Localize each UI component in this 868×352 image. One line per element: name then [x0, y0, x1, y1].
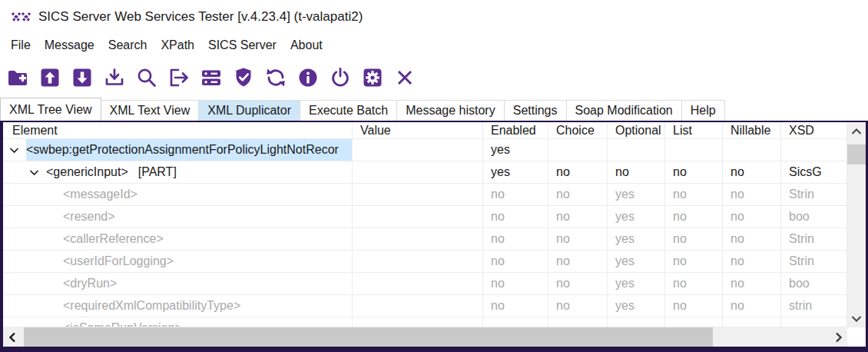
shield-check-icon — [232, 66, 255, 89]
cell-nillable: no — [723, 184, 781, 205]
table-row[interactable]: <dryRun>nonoyesnonoboo — [3, 273, 847, 295]
cell-list: no — [665, 184, 723, 205]
menu-file[interactable]: File — [4, 36, 38, 55]
search-button[interactable] — [134, 63, 160, 92]
message-upload-button[interactable] — [37, 63, 63, 92]
element-text: <isSameRunVersion> — [63, 321, 182, 327]
vertical-scrollbar[interactable] — [847, 122, 866, 327]
table-row[interactable]: <userIdForLogging>nonoyesnonoStrin — [3, 251, 847, 273]
cell-choice: no — [548, 161, 608, 183]
validate-button[interactable] — [230, 63, 257, 92]
column-header-list[interactable]: List — [665, 122, 723, 138]
cell-enabled: no — [483, 228, 548, 250]
tab-soap-modification[interactable]: Soap Modification — [566, 100, 682, 121]
menu-message[interactable]: Message — [38, 36, 101, 55]
close-button[interactable] — [392, 63, 418, 92]
table-row[interactable]: <callerReference>nonoyesnonoStrin — [3, 228, 847, 251]
column-header-enabled[interactable]: Enabled — [483, 122, 548, 138]
cell-list: no — [665, 206, 723, 227]
server-button[interactable] — [198, 63, 224, 92]
table-row[interactable]: <isSameRunVersion> — [3, 317, 847, 327]
settings-button[interactable] — [359, 63, 386, 92]
cell-list: no — [665, 295, 723, 317]
table-row[interactable]: <requiredXmlCompatibilityType>nonoyesnon… — [3, 295, 847, 317]
cell-optional: yes — [608, 184, 665, 205]
column-header-value[interactable]: Value — [353, 122, 483, 138]
search-icon — [135, 66, 158, 89]
cell-optional — [608, 139, 665, 161]
scroll-up-button[interactable] — [847, 122, 866, 141]
cell-enabled: no — [483, 184, 548, 205]
cell-choice: no — [548, 295, 608, 317]
expander-chevron-icon[interactable] — [9, 147, 19, 154]
element-text: <callerReference> — [63, 232, 164, 246]
cell-enabled: no — [483, 295, 548, 317]
tab-help[interactable]: Help — [681, 100, 725, 121]
cell-enabled: no — [483, 273, 548, 294]
cell-value — [353, 161, 483, 183]
table-row[interactable]: <genericInput>[PART]yesnonononoSicsG — [3, 161, 847, 184]
new-folder-icon — [6, 66, 29, 89]
column-header-optional[interactable]: Optional — [608, 122, 665, 138]
new-folder-button[interactable] — [5, 63, 31, 92]
vertical-scroll-thumb[interactable] — [847, 144, 866, 164]
tab-settings[interactable]: Settings — [504, 100, 567, 121]
grid-frame: ElementValueEnabledChoiceOptionalListNil… — [0, 121, 868, 352]
cell-xsd: boo — [781, 206, 847, 227]
cell-list: no — [665, 251, 723, 272]
send-button[interactable] — [166, 63, 192, 92]
window-title: SICS Server Web Services Tester [v.4.23.… — [38, 9, 363, 25]
tab-xml-duplicator[interactable]: XML Duplicator — [198, 100, 300, 121]
menu-xpath[interactable]: XPath — [154, 36, 201, 55]
table-row[interactable]: <resend>nonoyesnonoboo — [3, 206, 847, 228]
table-row[interactable]: <swbep:getProtectionAssignmentForPolicyL… — [3, 139, 847, 161]
scroll-right-button[interactable] — [829, 327, 847, 347]
cell-nillable: no — [723, 295, 781, 317]
toolbar — [0, 57, 868, 98]
column-header-choice[interactable]: Choice — [548, 122, 608, 138]
expander-chevron-icon[interactable] — [29, 169, 39, 176]
message-download-button[interactable] — [69, 63, 95, 92]
cell-choice — [548, 317, 608, 327]
cell-choice: no — [548, 206, 608, 227]
element-tag: <requiredXmlCompatibilityType> — [63, 299, 240, 312]
tab-xml-tree-view[interactable]: XML Tree View — [0, 98, 101, 121]
cell-choice: no — [548, 273, 608, 294]
power-button[interactable] — [327, 63, 353, 92]
table-row[interactable]: <messageId>nonoyesnonoStrin — [3, 184, 847, 206]
cell-value — [353, 273, 483, 294]
title-bar: SICS Server Web Services Tester [v.4.23.… — [0, 0, 868, 34]
menu-about[interactable]: About — [283, 36, 330, 55]
element-part-suffix: [PART] — [138, 165, 177, 178]
cell-nillable: no — [723, 161, 781, 183]
horizontal-scrollbar[interactable] — [3, 327, 847, 347]
tab-xml-text-view[interactable]: XML Text View — [101, 100, 200, 121]
cell-optional: yes — [608, 228, 665, 250]
element-tag: <isSameRunVersion> — [63, 321, 182, 327]
cell-enabled: yes — [483, 139, 548, 161]
cell-element: <isSameRunVersion> — [3, 317, 353, 327]
tab-message-history[interactable]: Message history — [396, 100, 505, 121]
cell-optional — [608, 317, 665, 327]
menu-sics-server[interactable]: SICS Server — [201, 36, 283, 55]
column-header-xsd[interactable]: XSD — [781, 122, 847, 138]
cell-nillable: no — [723, 206, 781, 227]
cell-value — [353, 206, 483, 227]
menu-search[interactable]: Search — [101, 36, 154, 55]
column-header-nillable[interactable]: Nillable — [723, 122, 781, 138]
cell-value — [353, 228, 483, 250]
column-header-element[interactable]: Element — [3, 122, 353, 138]
refresh-button[interactable] — [263, 63, 289, 92]
scroll-left-button[interactable] — [3, 327, 22, 347]
scroll-down-button[interactable] — [847, 309, 866, 327]
settings-icon — [361, 66, 384, 89]
tab-execute-batch[interactable]: Execute Batch — [300, 100, 397, 121]
element-text: <genericInput>[PART] — [46, 165, 177, 179]
message-download-icon — [71, 66, 94, 89]
horizontal-scroll-thumb[interactable] — [24, 327, 713, 347]
cell-list: no — [665, 161, 723, 183]
save-button[interactable] — [101, 63, 128, 92]
info-button[interactable] — [295, 63, 321, 92]
message-upload-icon — [38, 66, 61, 89]
cell-value — [353, 295, 483, 317]
